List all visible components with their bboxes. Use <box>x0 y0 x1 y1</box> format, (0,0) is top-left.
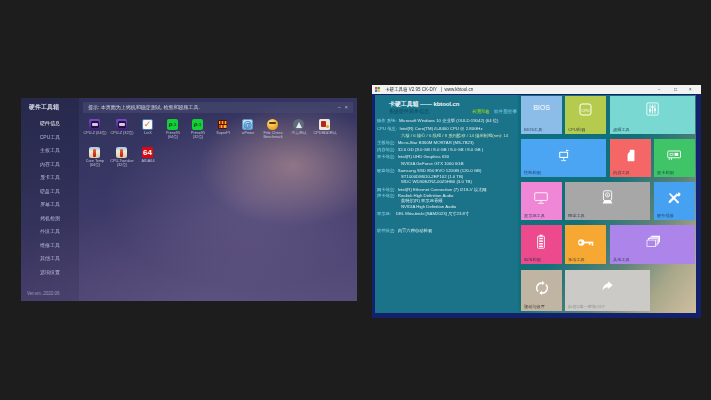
svg-text:CPU: CPU <box>581 108 590 113</box>
